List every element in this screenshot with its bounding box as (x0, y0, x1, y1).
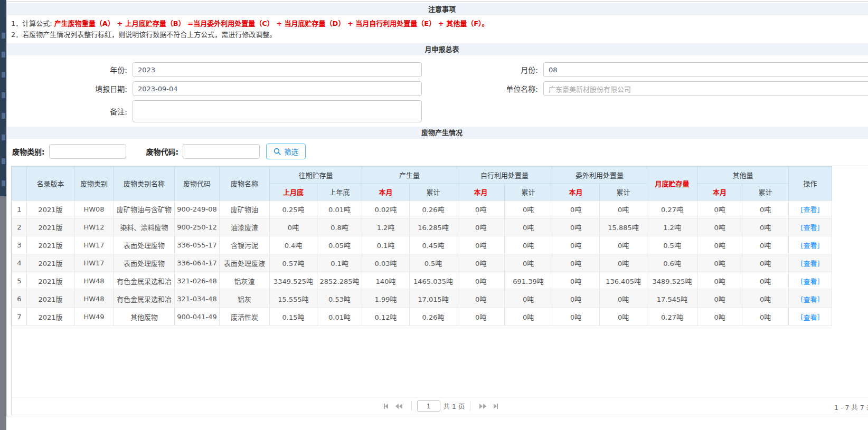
data-cell: 0吨 (742, 290, 789, 308)
data-cell: 0吨 (552, 290, 600, 308)
data-cell: 0吨 (600, 290, 647, 308)
row-index-cell: 4 (12, 254, 27, 272)
data-cell: 0吨 (270, 218, 317, 236)
data-cell: 0吨 (457, 308, 505, 326)
pager-first-button[interactable] (384, 404, 388, 409)
data-cell: 0.1吨 (317, 254, 362, 272)
sub-header-total: 累计 (505, 184, 552, 200)
view-link[interactable]: [查看] (801, 313, 820, 321)
pager-separator (470, 401, 470, 411)
pagination-bar: 共 1 页 1 - 7 共 7 条 (12, 397, 868, 415)
data-cell: 336-064-17 (175, 254, 220, 272)
col-group-other: 其他量 (697, 167, 789, 184)
data-cell: 废活性炭 (220, 308, 270, 326)
data-cell: 1465.035吨 (410, 272, 457, 290)
table-row: 62021版HW48有色金属采选和冶321-034-48铝灰15.555吨0.5… (12, 290, 832, 308)
data-cell: HW48 (74, 290, 114, 308)
filter-button[interactable]: 筛选 (266, 144, 306, 159)
data-cell: 2852.285吨 (317, 272, 362, 290)
view-link[interactable]: [查看] (801, 242, 820, 250)
pager-last-button[interactable] (494, 404, 498, 409)
remark-label: 备注: (7, 106, 133, 117)
waste-category-label: 废物类别: (12, 146, 45, 157)
data-cell: 0.03吨 (362, 254, 410, 272)
data-cell: 表面处理废液 (220, 254, 270, 272)
data-cell: HW17 (74, 236, 114, 254)
month-input[interactable] (543, 62, 868, 77)
data-cell: 321-034-48 (175, 290, 220, 308)
data-cell: 140吨 (362, 272, 410, 290)
summary-section-title: 月申报总表 (7, 43, 868, 55)
data-cell: 0.12吨 (362, 308, 410, 326)
total-pages-label: 共 1 页 (444, 401, 465, 411)
waste-section-title: 废物产生情况 (7, 127, 868, 139)
data-cell: 0吨 (697, 218, 742, 236)
data-cell: 表面处理废物 (114, 254, 175, 272)
view-link[interactable]: [查看] (801, 295, 820, 303)
data-cell: 0吨 (697, 236, 742, 254)
data-cell: 0吨 (742, 308, 789, 326)
data-cell: 铝灰 (220, 290, 270, 308)
data-cell: 0吨 (552, 218, 600, 236)
table-row: 12021版HW08废矿物油与含矿物900-249-08废矿物油0.25吨0.0… (12, 200, 832, 218)
table-row: 72021版HW49其他废物900-041-49废活性炭0.15吨0.01吨0.… (12, 308, 832, 326)
view-link[interactable]: [查看] (801, 278, 820, 285)
data-cell: HW08 (74, 200, 114, 218)
page-number-input[interactable] (417, 400, 440, 412)
table-row: 42021版HW17表面处理废物336-064-17表面处理废液0.57吨0.1… (12, 254, 832, 272)
waste-table-panel: 名录版本 废物类别 废物类别名称 废物代码 废物名称 往期贮存量 产生量 自行利… (11, 166, 868, 415)
pager-prev-button[interactable] (395, 404, 402, 409)
notice-formula: 产生废物重量（A） + 上月底贮存量（B） =当月委外利用处置量（C） + 当月… (54, 20, 489, 27)
data-cell: 其他废物 (114, 308, 175, 326)
data-cell: 0.4吨 (270, 236, 317, 254)
view-link[interactable]: [查看] (801, 260, 820, 267)
sidebar-scrollbar-thumb[interactable] (0, 196, 6, 430)
data-cell: 有色金属采选和冶 (114, 290, 175, 308)
row-index-cell: 3 (12, 236, 27, 254)
data-cell: 0.26吨 (410, 200, 457, 218)
data-cell: 0.57吨 (270, 254, 317, 272)
data-cell: 0吨 (552, 236, 600, 254)
search-icon (273, 148, 281, 155)
data-cell: 3489.525吨 (647, 272, 697, 290)
data-cell: 15.555吨 (270, 290, 317, 308)
data-cell: 15.885吨 (600, 218, 647, 236)
data-cell: 1.2吨 (362, 218, 410, 236)
sub-header-this-month: 本月 (457, 184, 505, 200)
sidebar-menu-fragment (2, 113, 5, 119)
action-cell: [查看] (789, 308, 832, 326)
data-cell: 0吨 (505, 218, 552, 236)
waste-category-input[interactable] (49, 144, 126, 159)
notice-line1: 1．计算公式: 产生废物重量（A） + 上月底贮存量（B） =当月委外利用处置量… (11, 18, 868, 29)
unit-name-input[interactable] (543, 81, 868, 96)
view-link[interactable]: [查看] (801, 206, 820, 214)
data-cell: 2021版 (27, 272, 74, 290)
data-cell: 16.285吨 (410, 218, 457, 236)
data-cell: 0吨 (742, 272, 789, 290)
remark-textarea[interactable] (133, 100, 422, 122)
report-date-input[interactable] (133, 81, 422, 96)
sub-header-total: 累计 (410, 184, 457, 200)
data-cell: 2021版 (27, 236, 74, 254)
view-link[interactable]: [查看] (801, 224, 820, 232)
data-cell: 0.5吨 (647, 236, 697, 254)
data-cell: 0吨 (742, 200, 789, 218)
data-cell: 336-055-17 (175, 236, 220, 254)
data-cell: 0吨 (697, 272, 742, 290)
data-cell: 17.015吨 (410, 290, 457, 308)
data-cell: 表面处理废物 (114, 236, 175, 254)
table-empty-area (12, 326, 868, 397)
data-cell: HW17 (74, 254, 114, 272)
pager-next-button[interactable] (479, 404, 486, 409)
col-group-outsourced-disposal: 委外利用处置量 (552, 167, 647, 184)
sidebar-menu-fragment (2, 52, 5, 58)
waste-code-input[interactable] (183, 144, 260, 159)
data-cell: 0.53吨 (317, 290, 362, 308)
summary-form: 年份: 月份: 填报日期: 单位名称: 备注: (7, 55, 868, 122)
data-cell: 17.545吨 (647, 290, 697, 308)
sub-header-total: 累计 (600, 184, 647, 200)
unit-name-label: 单位名称: (422, 83, 543, 94)
year-input[interactable] (133, 62, 422, 77)
data-cell: 0吨 (457, 200, 505, 218)
data-cell: 油漆废渣 (220, 218, 270, 236)
